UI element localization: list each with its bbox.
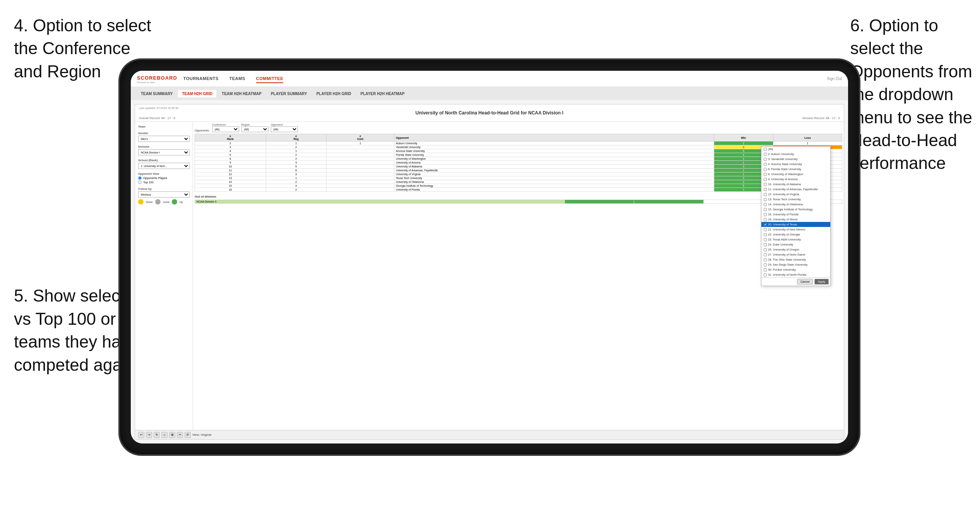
cell-conf: [326, 184, 394, 188]
conference-select[interactable]: (All): [212, 126, 239, 132]
col-opponent: Opponent: [394, 134, 714, 142]
cell-conf: [326, 145, 394, 149]
crop-btn[interactable]: ✂: [177, 432, 183, 438]
cell-rank: 6: [195, 153, 266, 157]
col-reg: #Reg: [266, 134, 326, 142]
opponents-filter-label: Opponents:: [195, 129, 210, 132]
dropdown-cancel-btn[interactable]: Cancel: [797, 279, 813, 285]
dropdown-item[interactable]: (All): [761, 147, 830, 152]
cell-rank: 15: [195, 184, 266, 188]
dropdown-item[interactable]: 30. Purdue University: [761, 267, 830, 272]
division-label: Division: [138, 145, 190, 148]
subnav-team-h2h-grid[interactable]: TEAM H2H GRID: [178, 90, 216, 97]
opponent-dropdown[interactable]: (All)2. Auburn University3. Vanderbilt U…: [761, 146, 831, 286]
main-content: Last Updated: 4/7/2024 16:55:38 Universi…: [131, 100, 848, 443]
dropdown-item[interactable]: 11. University of Arkansas, Fayetteville: [761, 187, 830, 192]
dropdown-item[interactable]: 29. San Diego State University: [761, 262, 830, 267]
cell-win: 2: [714, 142, 773, 145]
dropdown-item[interactable]: 24. Duke University: [761, 242, 830, 247]
zoom-fit-btn[interactable]: ⊞: [169, 432, 175, 438]
school-select[interactable]: 1. University of Nort...: [138, 163, 190, 169]
report-body: Team Gender Men's Division: [135, 122, 844, 430]
school-section: School (Rank) 1. University of Nort...: [138, 159, 190, 169]
cell-reg: 2: [266, 145, 326, 149]
gender-select[interactable]: Men's: [138, 136, 190, 142]
top-100-radio[interactable]: Top 100: [138, 181, 190, 184]
cell-conf: [326, 188, 394, 192]
cell-reg: 5: [266, 165, 326, 169]
dropdown-apply-btn[interactable]: Apply: [814, 279, 829, 285]
cell-conf: 1: [326, 142, 394, 145]
dropdown-item[interactable]: 10. University of Alabama: [761, 182, 830, 187]
dropdown-item[interactable]: 31. University of North Florida: [761, 272, 830, 277]
home-btn[interactable]: ⌂: [161, 432, 168, 438]
dropdown-item[interactable]: 21. University of New Mexico: [761, 227, 830, 232]
cell-reg: 4: [266, 184, 326, 188]
cell-opponent: Auburn University: [394, 142, 714, 145]
team-label: Team: [138, 125, 190, 128]
cell-reg: 1: [266, 142, 326, 145]
sign-out[interactable]: Sign Out: [827, 77, 842, 81]
nav-tournaments[interactable]: TOURNAMENTS: [183, 75, 219, 83]
dropdown-item[interactable]: 22. University of Georgia: [761, 232, 830, 237]
subnav-player-h2h-grid[interactable]: PLAYER H2H GRID: [313, 90, 355, 97]
dropdown-item[interactable]: 28. The Ohio State University: [761, 257, 830, 262]
refresh-btn[interactable]: ↻: [154, 432, 160, 438]
dropdown-item[interactable]: 15. Georgia Institute of Technology: [761, 207, 830, 212]
conference-filter-group: Conference (All): [212, 123, 239, 132]
dropdown-item[interactable]: 14. University of Oklahoma: [761, 202, 830, 207]
down-legend-label: Down: [146, 201, 153, 203]
table-row: 4 1 Arizona State University 5 1: [195, 149, 842, 153]
opponent-select[interactable]: (All): [271, 126, 298, 132]
cell-conf: [326, 161, 394, 165]
dropdown-item[interactable]: 27. University of Notre Dame: [761, 252, 830, 257]
data-table: #Rank #Reg #Conf Opponent Win Loss: [195, 134, 842, 192]
cell-rank: 8: [195, 157, 266, 161]
dropdown-item[interactable]: 13. Texas Tech University: [761, 197, 830, 202]
dropdown-item[interactable]: 9. University of Arizona: [761, 177, 830, 182]
dropdown-item[interactable]: 16. University of Florida: [761, 212, 830, 217]
dropdown-item[interactable]: 20. University of Texas: [761, 222, 830, 227]
table-row: 16 2 University of Florida 1: [195, 188, 842, 192]
cell-reg: 1: [266, 149, 326, 153]
redo-btn[interactable]: ↪: [146, 432, 152, 438]
division-select[interactable]: NCAA Division I: [138, 149, 190, 155]
colour-select[interactable]: Win/loss: [138, 191, 190, 198]
cell-loss: 1: [773, 142, 842, 145]
dropdown-item[interactable]: 6. Florida State University: [761, 167, 830, 172]
timer-btn[interactable]: ⏱: [185, 432, 191, 438]
subnav-player-summary[interactable]: PLAYER SUMMARY: [267, 90, 311, 97]
table-row: 13 1 Texas Tech University 3 0: [195, 176, 842, 180]
out-of-division-label: Out of division: [195, 195, 842, 198]
dropdown-item[interactable]: 8. University of Washington: [761, 172, 830, 177]
cell-rank: 10: [195, 165, 266, 169]
dropdown-item[interactable]: 25. University of Oregon: [761, 247, 830, 252]
report-title: University of North Carolina Head-to-Hea…: [139, 110, 840, 116]
nav-teams[interactable]: TEAMS: [229, 75, 245, 83]
dropdown-item[interactable]: 12. University of Virginia: [761, 192, 830, 197]
sub-nav: TEAM SUMMARY TEAM H2H GRID TEAM H2H HEAT…: [131, 87, 848, 100]
report-header: Last Updated: 4/7/2024 16:55:38 Universi…: [135, 104, 844, 122]
up-legend-dot: [172, 199, 177, 205]
subnav-team-h2h-heatmap[interactable]: TEAM H2H HEATMAP: [218, 90, 265, 97]
subnav-player-h2h-heatmap[interactable]: PLAYER H2H HEATMAP: [357, 90, 409, 97]
up-legend-label: Up: [180, 201, 183, 203]
cell-rank: 13: [195, 176, 266, 180]
undo-btn[interactable]: ↩: [138, 432, 144, 438]
app-container: SCOREBOARD Powered by Opta TOURNAMENTS T…: [131, 71, 848, 443]
cell-rank: 9: [195, 161, 266, 165]
table-row: 3 2 Vanderbilt University 0 4: [195, 145, 842, 149]
dropdown-item[interactable]: 23. Texas A&M University: [761, 237, 830, 242]
dropdown-item[interactable]: 2. Auburn University: [761, 152, 830, 157]
report-table-area: Opponents: Conference (All) Region: [193, 122, 844, 430]
cell-opponent: University of Virginia: [394, 172, 714, 176]
cell-conf: [326, 172, 394, 176]
subnav-team-summary[interactable]: TEAM SUMMARY: [137, 90, 176, 97]
dropdown-item[interactable]: 3. Vanderbilt University: [761, 157, 830, 162]
opponents-played-radio[interactable]: Opponents Played: [138, 176, 190, 180]
table-row: 6 2 Florida State University 4 2: [195, 153, 842, 157]
nav-committee[interactable]: COMMITTEE: [256, 75, 284, 83]
region-select[interactable]: (All): [241, 126, 269, 132]
dropdown-item[interactable]: 4. Arizona State University: [761, 162, 830, 167]
dropdown-item[interactable]: 18. University of Illinois: [761, 217, 830, 222]
